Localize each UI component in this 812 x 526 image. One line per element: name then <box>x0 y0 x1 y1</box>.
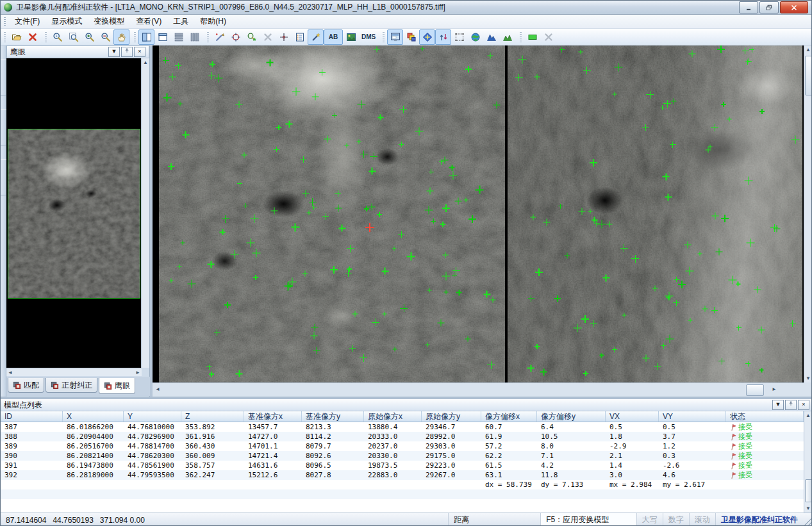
tie-point-marker[interactable] <box>246 238 254 247</box>
scrollbar-thumb[interactable] <box>746 384 764 396</box>
tie-point-marker[interactable] <box>175 63 181 69</box>
column-header-13[interactable]: 状态 <box>726 411 804 422</box>
tie-point-marker[interactable] <box>381 268 388 275</box>
tie-point-marker[interactable] <box>597 220 606 228</box>
tie-point-marker[interactable] <box>369 204 376 211</box>
tie-point-marker[interactable] <box>736 325 742 331</box>
tie-point-marker[interactable] <box>554 295 561 302</box>
crosshair-button[interactable] <box>276 29 292 45</box>
tie-point-marker[interactable] <box>372 318 379 326</box>
tie-point-marker[interactable] <box>425 206 433 215</box>
menu-item-4[interactable]: 查看(V) <box>130 15 167 28</box>
scroll-right-arrow[interactable]: ► <box>770 386 778 393</box>
target-button[interactable] <box>228 29 244 45</box>
tie-point-marker[interactable] <box>711 213 718 220</box>
tie-point-marker[interactable] <box>592 217 597 223</box>
table-row[interactable]: 39186.1947380044.78561900358.75714631.68… <box>1 461 804 470</box>
tie-point-marker[interactable] <box>243 203 248 208</box>
tie-point-marker[interactable] <box>292 88 301 96</box>
tie-point-marker[interactable] <box>407 252 415 261</box>
histogram-green-button[interactable] <box>499 29 515 45</box>
tie-point-marker[interactable] <box>231 251 239 259</box>
tie-point-marker[interactable] <box>747 239 755 247</box>
tie-point-marker[interactable] <box>360 151 368 158</box>
tie-point-marker[interactable] <box>276 125 281 130</box>
tie-point-marker[interactable] <box>313 347 320 354</box>
tie-point-marker[interactable] <box>565 252 570 258</box>
tie-point-marker[interactable] <box>463 197 468 202</box>
tie-point-marker[interactable] <box>774 226 781 233</box>
column-header-2[interactable]: X <box>63 411 124 422</box>
tie-point-marker[interactable] <box>490 297 496 302</box>
scroll-down-arrow[interactable]: ▼ <box>804 505 812 512</box>
tie-point-marker[interactable] <box>581 315 589 323</box>
column-header-9[interactable]: 像方偏移x <box>481 411 537 422</box>
tie-point-marker[interactable] <box>620 244 628 252</box>
tie-point-marker[interactable] <box>241 152 247 158</box>
tie-point-marker[interactable] <box>742 47 749 54</box>
tie-point-marker[interactable] <box>427 187 434 194</box>
tie-point-marker[interactable] <box>578 208 585 215</box>
tie-point-marker[interactable] <box>330 266 338 274</box>
tie-point-marker[interactable] <box>356 139 361 144</box>
tie-point-marker[interactable] <box>322 213 329 220</box>
tie-point-marker[interactable] <box>527 365 534 372</box>
tie-point-marker[interactable] <box>790 320 796 327</box>
tie-point-marker[interactable] <box>673 300 679 306</box>
tie-point-marker[interactable] <box>431 218 436 224</box>
tie-point-marker[interactable] <box>684 241 691 248</box>
tie-point-marker[interactable] <box>377 115 383 120</box>
tie-point-marker[interactable] <box>443 252 449 258</box>
screen-view-button[interactable] <box>387 29 403 45</box>
panel-menu-button[interactable]: ▼ <box>772 400 784 410</box>
tie-point-marker[interactable] <box>718 358 725 365</box>
tie-point-marker[interactable] <box>670 142 676 148</box>
tie-point-marker[interactable] <box>518 56 527 64</box>
tie-point-marker[interactable] <box>415 127 423 135</box>
tie-point-marker[interactable] <box>169 73 176 80</box>
table-row[interactable]: 38886.2090440044.78296900361.91614727.08… <box>1 432 804 441</box>
tie-point-marker[interactable] <box>288 284 292 288</box>
select-region-button[interactable] <box>451 29 467 45</box>
table-row[interactable]: 38786.0186620044.76810000353.89213457.78… <box>1 422 804 432</box>
overlay-layers-button[interactable] <box>403 29 419 45</box>
tie-point-marker[interactable] <box>267 59 274 66</box>
resize-grip[interactable] <box>803 518 811 526</box>
overview-pin-button[interactable] <box>121 47 133 57</box>
tie-point-marker[interactable] <box>177 265 181 269</box>
tie-point-marker[interactable] <box>759 368 764 372</box>
tie-point-marker[interactable] <box>493 102 501 109</box>
tie-point-marker[interactable] <box>425 343 429 347</box>
tie-point-marker[interactable] <box>652 285 658 291</box>
toolbar-drag-handle[interactable] <box>520 32 522 42</box>
column-header-10[interactable]: 像方偏移y <box>537 411 606 422</box>
tie-point-marker[interactable] <box>163 94 171 102</box>
toolbar-drag-handle[interactable] <box>383 32 385 42</box>
tie-point-marker[interactable] <box>357 100 365 108</box>
tie-point-marker[interactable] <box>721 215 729 222</box>
tie-point-marker[interactable] <box>711 124 718 131</box>
scroll-left-arrow[interactable]: ◄ <box>6 369 14 376</box>
tie-point-marker[interactable] <box>449 171 458 179</box>
tie-point-marker[interactable] <box>588 210 593 214</box>
tie-point-marker[interactable] <box>661 343 666 349</box>
tie-point-marker[interactable] <box>383 311 387 316</box>
tie-point-marker[interactable] <box>791 136 799 144</box>
tie-point-marker[interactable] <box>465 336 471 342</box>
column-header-1[interactable]: ID <box>1 411 63 422</box>
tie-point-marker[interactable] <box>612 92 617 97</box>
tie-point-marker[interactable] <box>717 45 725 53</box>
status-green-button[interactable] <box>524 29 540 45</box>
overview-horizontal-scrollbar[interactable]: ◄ ► <box>6 368 142 376</box>
tie-point-marker[interactable] <box>534 344 540 349</box>
tie-point-marker[interactable] <box>711 307 718 313</box>
tie-point-marker[interactable] <box>438 319 445 326</box>
tie-point-marker[interactable] <box>440 222 445 227</box>
tie-point-marker[interactable] <box>429 169 434 174</box>
menu-item-6[interactable]: 帮助(H) <box>194 15 232 28</box>
tie-point-marker[interactable] <box>319 69 326 76</box>
overview-menu-button[interactable]: ▼ <box>108 47 120 57</box>
tie-point-marker[interactable] <box>400 304 408 312</box>
tie-point-marker[interactable] <box>665 335 674 343</box>
tie-point-marker[interactable] <box>583 371 588 376</box>
